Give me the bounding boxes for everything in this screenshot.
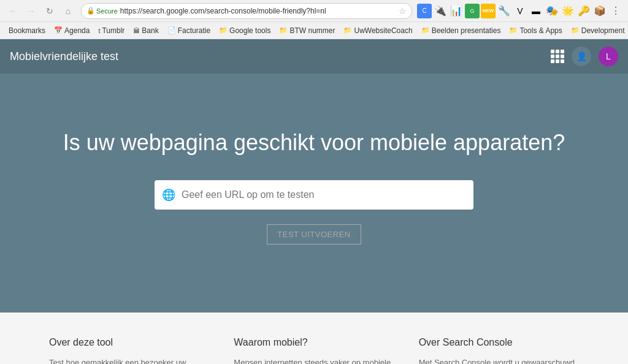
grid-dot: [551, 50, 554, 53]
tool1-icon[interactable]: 🔧: [497, 4, 511, 18]
info-col-tool-heading: Over deze tool: [49, 337, 209, 348]
tumblr-icon: t: [98, 27, 100, 34]
url-input-wrapper: 🌐: [155, 180, 473, 210]
bookmark-star-button[interactable]: ☆: [399, 6, 407, 16]
tools-apps-icon: 📁: [509, 26, 518, 34]
account-icon-symbol: 👤: [576, 51, 587, 61]
btw-icon: 📁: [279, 26, 288, 34]
tool2-icon[interactable]: V: [513, 4, 527, 18]
facturatie-icon: 📄: [167, 26, 176, 34]
new-badge-icon[interactable]: NEW: [481, 4, 496, 18]
bookmark-google-tools[interactable]: 📁 Google tools: [215, 25, 274, 36]
grid-apps-icon[interactable]: [551, 50, 564, 63]
bookmark-agenda[interactable]: 📅 Agenda: [50, 25, 93, 36]
analytics-icon[interactable]: 📊: [449, 4, 464, 18]
tool7-icon[interactable]: 📦: [592, 4, 607, 18]
info-col-tool-text: Test hoe gemakkelijk een bezoeker uw pag…: [49, 357, 209, 364]
tool4-icon[interactable]: 🎭: [545, 4, 559, 18]
beelden-icon: 📁: [421, 26, 430, 34]
bookmark-development[interactable]: 📁 Development: [567, 25, 628, 36]
bookmark-beelden[interactable]: 📁 Beelden presentaties: [418, 25, 505, 36]
secure-label: Secure: [96, 7, 118, 15]
grid-dot: [551, 59, 554, 63]
info-col-mobile-heading: Waarom mobiel?: [234, 337, 394, 348]
lock-icon: 🔒: [86, 7, 95, 15]
info-col-tool: Over deze tool Test hoe gemakkelijk een …: [49, 337, 209, 364]
extensions-icon[interactable]: 🔌: [433, 4, 448, 18]
green-tool-icon[interactable]: G: [465, 4, 480, 18]
info-col-search-console-text: Met Search Console wordt u gewaarschuwd …: [419, 357, 579, 364]
grid-dot: [556, 59, 559, 63]
info-col-search-console-heading: Over Search Console: [419, 337, 579, 348]
header-icons: 👤 L: [551, 47, 618, 66]
globe-icon: 🌐: [162, 188, 175, 202]
grid-dot: [556, 55, 559, 58]
reload-button[interactable]: ↻: [42, 3, 58, 19]
toolbar-icons: C 🔌 📊 G NEW 🔧 V ▬ 🎭 🌟 🔑 📦 ⋮: [417, 4, 623, 18]
address-text: https://search.google.com/search-console…: [120, 7, 396, 15]
bank-icon: 🏛: [133, 27, 140, 34]
forward-button[interactable]: →: [23, 3, 39, 19]
address-bar[interactable]: 🔒 Secure https://search.google.com/searc…: [81, 3, 412, 19]
tool3-icon[interactable]: ▬: [529, 4, 543, 18]
bookmark-facturatie[interactable]: 📄 Facturatie: [164, 25, 214, 36]
google-tools-icon: 📁: [219, 26, 228, 34]
bookmark-tumblr[interactable]: t Tumblr: [94, 25, 128, 36]
user-avatar[interactable]: L: [599, 47, 618, 66]
grid-dot: [561, 50, 564, 53]
more-options-button[interactable]: ⋮: [608, 4, 623, 18]
hero-title: Is uw webpagina geschikt voor mobiele ap…: [63, 130, 565, 156]
development-icon: 📁: [571, 26, 580, 34]
tool6-icon[interactable]: 🔑: [576, 4, 591, 18]
browser-chrome: ← → ↻ ⌂ 🔒 Secure https://search.google.c…: [0, 0, 628, 39]
uwwebsitecoach-icon: 📁: [343, 26, 352, 34]
user-initial: L: [606, 51, 611, 61]
secure-badge: 🔒 Secure: [86, 7, 118, 15]
grid-dot: [551, 55, 554, 58]
grid-dot: [556, 50, 559, 53]
account-button[interactable]: 👤: [572, 47, 591, 66]
bookmarks-label: Bookmarks: [5, 25, 49, 36]
hero-section: Is uw webpagina geschikt voor mobiele ap…: [0, 74, 628, 313]
bookmark-uwwebsitecoach[interactable]: 📁 UwWebsiteCoach: [340, 25, 416, 36]
app-header: Mobielvriendelijke test 👤 L: [0, 39, 628, 74]
info-col-mobile: Waarom mobiel? Mensen internetten steeds…: [234, 337, 394, 364]
agenda-icon: 📅: [54, 26, 63, 34]
home-button[interactable]: ⌂: [60, 3, 76, 19]
chrome-icon[interactable]: C: [417, 4, 432, 18]
tool5-icon[interactable]: 🌟: [561, 4, 575, 18]
bookmark-btw[interactable]: 📁 BTW nummer: [275, 25, 339, 36]
info-col-search-console: Over Search Console Met Search Console w…: [419, 337, 579, 364]
test-button[interactable]: TEST UITVOEREN: [267, 224, 361, 245]
bookmarks-bar: Bookmarks 📅 Agenda t Tumblr 🏛 Bank 📄 Fac…: [0, 22, 628, 39]
info-section: Over deze tool Test hoe gemakkelijk een …: [0, 313, 628, 364]
info-col-mobile-text: Mensen internetten steeds vaker op mobie…: [234, 357, 394, 364]
grid-dot: [561, 55, 564, 58]
url-input[interactable]: [182, 189, 466, 200]
browser-toolbar: ← → ↻ ⌂ 🔒 Secure https://search.google.c…: [0, 0, 628, 22]
app-title: Mobielvriendelijke test: [10, 50, 118, 63]
bookmark-bank[interactable]: 🏛 Bank: [129, 25, 162, 36]
bookmark-tools-apps[interactable]: 📁 Tools & Apps: [505, 25, 565, 36]
back-button[interactable]: ←: [5, 3, 21, 19]
grid-dot: [561, 59, 564, 63]
